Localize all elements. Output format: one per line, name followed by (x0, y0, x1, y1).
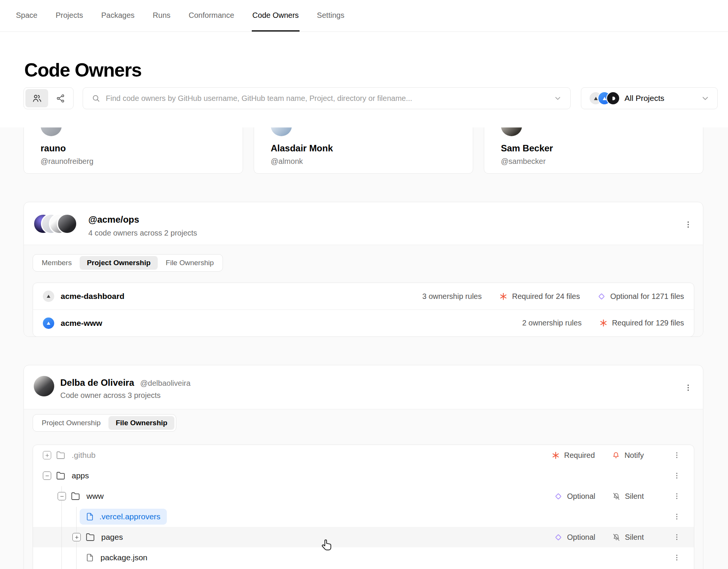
person-card-header: Delba de Oliveira @delbaoliveira Code ow… (24, 365, 703, 409)
required-label: Required for 24 files (512, 292, 580, 301)
nav-item-packages[interactable]: Packages (100, 0, 135, 31)
person-name: Delba de Oliveira (60, 377, 134, 388)
tree-row-apps[interactable]: apps (33, 465, 694, 486)
person-handle: @delbaoliveira (140, 379, 191, 388)
top-nav: Space Projects Packages Runs Conformance… (0, 0, 728, 32)
tree-row-vercel-approvers[interactable]: .vercel.approvers (33, 506, 694, 527)
required-label: Required (564, 451, 595, 460)
project-avatar (43, 318, 54, 329)
tab-project-ownership[interactable]: Project Ownership (80, 256, 158, 270)
search-input[interactable] (106, 94, 548, 103)
row-menu-button[interactable] (670, 490, 683, 503)
owner-handle: @raunofreiberg (41, 157, 226, 166)
person-card-body: Project Ownership File Ownership .github (24, 409, 703, 569)
avatar (34, 376, 54, 396)
silent-badge: Silent (612, 492, 644, 501)
person-tabs: Project Ownership File Ownership (33, 414, 176, 432)
tree-row-github[interactable]: .github Required Notify (33, 445, 694, 465)
team-menu-button[interactable] (682, 218, 695, 231)
folder-icon (56, 450, 66, 460)
nav-item-code-owners[interactable]: Code Owners (252, 0, 300, 31)
required-asterisk-icon (599, 319, 608, 327)
owner-handle: @sambecker (501, 157, 686, 166)
silent-badge: Silent (612, 533, 644, 542)
hand-cursor (320, 539, 334, 552)
project-avatar-dark (606, 91, 620, 105)
silent-label: Silent (625, 492, 644, 501)
team-avatar-stack (33, 214, 77, 234)
team-title: @acme/ops (88, 214, 139, 225)
file-icon (85, 553, 94, 562)
owner-name: Alasdair Monk (271, 143, 456, 154)
optional-diamond-icon (597, 292, 606, 301)
folder-icon (56, 471, 66, 481)
nav-item-projects[interactable]: Projects (55, 0, 84, 31)
table-row-acme-www[interactable]: acme-www 2 ownership rules Required for … (33, 310, 694, 336)
team-subtitle: 4 code owners across 2 projects (88, 229, 197, 237)
person-menu-button[interactable] (682, 381, 695, 394)
bell-slash-icon (612, 533, 621, 542)
project-name: acme-dashboard (61, 292, 124, 301)
tab-file-ownership[interactable]: File Ownership (108, 416, 174, 430)
tab-project-ownership[interactable]: Project Ownership (35, 416, 108, 430)
expand-icon[interactable] (43, 451, 51, 459)
row-menu-button[interactable] (670, 531, 683, 544)
nav-item-space[interactable]: Space (15, 0, 38, 31)
optional-diamond-icon (554, 533, 563, 542)
optional-badge: Optional for 1271 files (597, 292, 684, 301)
person-subtitle: Code owner across 3 projects (60, 391, 161, 400)
row-menu-button[interactable] (670, 551, 683, 564)
search-icon (91, 94, 100, 103)
nav-item-runs[interactable]: Runs (152, 0, 171, 31)
collapse-icon[interactable] (43, 472, 51, 480)
view-toggle (24, 87, 74, 109)
tree-label: pages (101, 533, 123, 542)
avatar (57, 214, 77, 234)
collapse-icon[interactable] (58, 492, 66, 500)
table-row-acme-dashboard[interactable]: acme-dashboard 3 ownership rules Require… (33, 283, 694, 310)
search-bar (83, 87, 571, 109)
file-icon (85, 512, 94, 521)
team-card-acme-ops: @acme/ops 4 code owners across 2 project… (24, 202, 703, 337)
owner-name: rauno (41, 143, 226, 154)
folder-icon (85, 532, 95, 542)
tree-row-package-json[interactable]: package.json (33, 547, 694, 568)
list-view-button[interactable] (25, 89, 48, 107)
notify-badge: Notify (612, 451, 644, 460)
tree-row-pages[interactable]: pages Optional Silent (33, 527, 694, 547)
project-filter-label: All Projects (624, 94, 664, 103)
owner-name: Sam Becker (501, 143, 686, 154)
tab-members[interactable]: Members (35, 256, 79, 270)
tab-file-ownership[interactable]: File Ownership (158, 256, 221, 270)
notify-label: Notify (624, 451, 644, 460)
tree-row-www[interactable]: www Optional Silent (33, 486, 694, 506)
person-card-delba: Delba de Oliveira @delbaoliveira Code ow… (24, 365, 703, 569)
nav-item-settings[interactable]: Settings (316, 0, 345, 31)
row-stats: 2 ownership rules Required for 129 files (522, 319, 684, 327)
tree-label: .github (72, 451, 96, 460)
nav-item-conformance[interactable]: Conformance (188, 0, 235, 31)
team-tabs: Members Project Ownership File Ownership (33, 254, 223, 272)
chevron-down-icon (701, 94, 710, 103)
row-menu-button[interactable] (670, 510, 683, 523)
chevron-down-icon[interactable] (554, 94, 562, 102)
bell-icon (612, 451, 620, 460)
expand-icon[interactable] (72, 533, 81, 541)
row-stats: 3 ownership rules Required for 24 files … (422, 292, 684, 301)
project-ownership-table: acme-dashboard 3 ownership rules Require… (33, 283, 694, 337)
graph-view-button[interactable] (49, 89, 72, 107)
row-menu-button[interactable] (670, 469, 683, 482)
required-badge: Required for 24 files (499, 292, 580, 301)
page-title: Code Owners (24, 59, 141, 81)
optional-label: Optional (567, 492, 595, 501)
required-label: Required for 129 files (612, 319, 684, 327)
tree-label: .vercel.approvers (99, 512, 160, 521)
project-avatars (589, 91, 620, 105)
row-menu-button[interactable] (670, 449, 683, 462)
selected-file-pill[interactable]: .vercel.approvers (80, 509, 167, 525)
ownership-rules-count: 2 ownership rules (522, 319, 582, 327)
owner-handle: @almonk (271, 157, 456, 166)
tree-label: package.json (100, 553, 147, 562)
project-filter-dropdown[interactable]: All Projects (581, 87, 718, 109)
file-ownership-tree: .github Required Notify (33, 445, 694, 569)
